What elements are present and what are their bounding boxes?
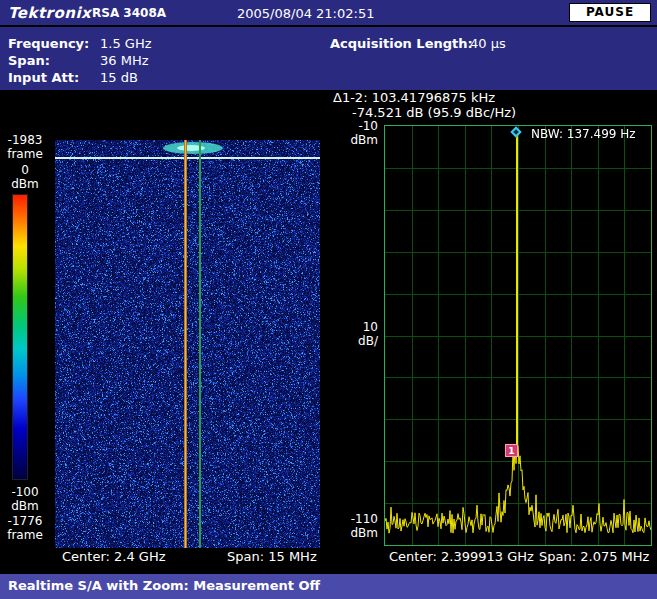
- input-att-label: Input Att:: [8, 70, 79, 85]
- rsa-3408a-screen: Tektronix RSA 3408A 2005/08/04 21:02:51 …: [0, 0, 657, 599]
- frequency-value: 1.5 GHz: [100, 36, 151, 51]
- ref-level-bottom-unit: dBm: [332, 526, 378, 540]
- nbw-label: NBW: 137.499 Hz: [531, 127, 636, 141]
- spectrogram-bottom-level-unit: dBm: [2, 499, 48, 513]
- spectrogram-ref-level-unit: dBm: [2, 177, 48, 191]
- status-bar: Realtime S/A with Zoom: Measurement Off: [0, 574, 657, 599]
- input-att-value: 15 dB: [100, 70, 138, 85]
- pause-button[interactable]: PAUSE: [569, 3, 651, 22]
- spectrogram-center-label: Center: 2.4 GHz: [62, 549, 166, 564]
- marker-1-number: 1: [508, 446, 514, 456]
- spectrogram-canvas: [55, 140, 320, 548]
- status-text: Realtime S/A with Zoom: Measurement Off: [8, 578, 320, 593]
- acquisition-length-label: Acquisition Length:: [330, 36, 473, 51]
- spectrogram-ref-level-label: 0: [2, 163, 48, 177]
- spectrum-canvas: [385, 126, 651, 545]
- amplitude-color-scale: [12, 194, 28, 480]
- scale-label: 10: [332, 320, 378, 334]
- scale-unit: dB/: [332, 334, 378, 348]
- spectrogram-bottom-level-label: -100: [2, 485, 48, 499]
- spectrogram-top-frame-unit: frame: [2, 147, 48, 161]
- frequency-label: Frequency:: [8, 36, 89, 51]
- datetime-label: 2005/08/04 21:02:51: [237, 6, 374, 21]
- spectrogram-span-label: Span: 15 MHz: [227, 549, 317, 564]
- tektronix-logo: Tektronix: [8, 4, 91, 22]
- delta-marker-readout: Δ1-2: 103.41796875 kHz: [333, 90, 495, 105]
- model-label: RSA 3408A: [92, 6, 166, 20]
- acquisition-length-value: 40 µs: [470, 36, 506, 51]
- spectrogram-bottom-frame-unit: frame: [2, 528, 48, 542]
- ref-level-top-label: -10: [332, 119, 378, 133]
- spectrum-center-label: Center: 2.399913 GHz: [389, 549, 534, 564]
- spectrum-grid: NBW: 137.499 Hz 1: [384, 125, 652, 546]
- settings-panel: Frequency: 1.5 GHz Acquisition Length: 4…: [0, 27, 657, 90]
- marker-1-box[interactable]: 1: [505, 444, 518, 457]
- ref-level-top-unit: dBm: [332, 133, 378, 147]
- title-bar: Tektronix RSA 3408A 2005/08/04 21:02:51 …: [0, 0, 657, 26]
- ref-level-bottom-label: -110: [332, 512, 378, 526]
- spectrogram-top-frame-label: -1983: [2, 133, 48, 147]
- spectrogram-bottom-frame-label: -1776: [2, 514, 48, 528]
- span-label: Span:: [8, 53, 50, 68]
- delta-level-readout: -74.521 dB (95.9 dBc/Hz): [352, 105, 516, 120]
- spectrum-span-label: Span: 2.075 MHz: [539, 549, 649, 564]
- span-value: 36 MHz: [100, 53, 149, 68]
